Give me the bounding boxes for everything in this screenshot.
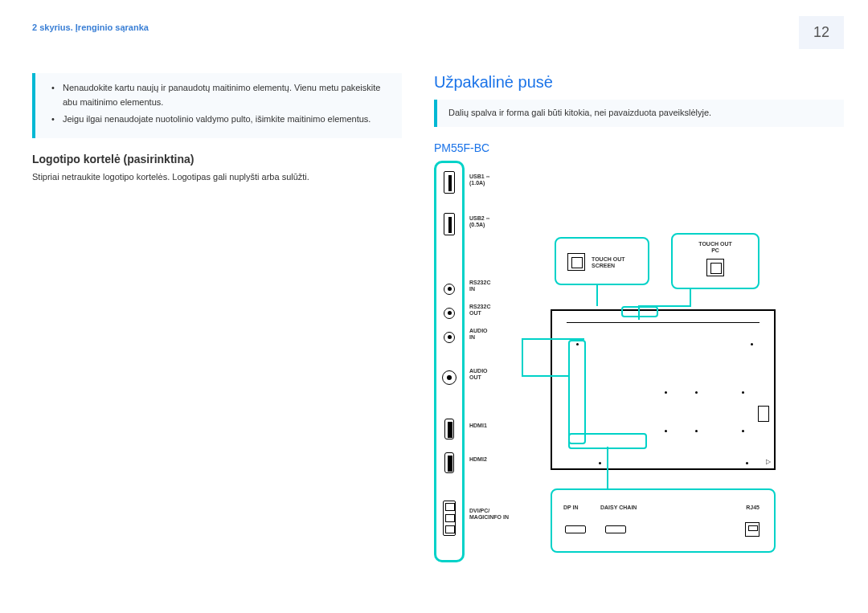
connector-line [596, 285, 598, 306]
note-item: Jeigu ilgai nenaudojate nuotolinio valdy… [50, 112, 391, 127]
dp-in-label: DP IN [563, 505, 579, 510]
page-number: 12 [799, 16, 844, 49]
connector-line [522, 338, 523, 377]
hdmi1-port-icon [444, 419, 454, 439]
rj-slot-icon [758, 406, 769, 422]
rs232c-out-port-icon [444, 308, 455, 319]
audio-in-port-icon [444, 332, 455, 343]
body-text: Stipriai netraukite logotipo kortelės. L… [32, 170, 402, 185]
rear-diagram: USB1 ⎓ (1.0A) USB2 ⎓ (0.5A) RS232C IN RS… [434, 161, 828, 570]
connector-line [638, 305, 640, 320]
rj45-label: RJ45 [746, 505, 760, 510]
subheading-logo-card: Logotipo kortelė (pasirinktina) [32, 153, 402, 166]
touch-out-pc-label: TOUCH OUT PC [673, 241, 758, 255]
left-column: Nenaudokite kartu naujų ir panaudotų mai… [32, 73, 402, 570]
rs232c-out-label: RS232C OUT [469, 304, 518, 317]
rj45-port-icon [745, 522, 760, 537]
dvi-label: DVI/PC/ MAGICINFO IN [469, 508, 518, 521]
hdmi1-label: HDMI1 [469, 423, 518, 429]
highlight-top-strip [621, 306, 658, 317]
audio-out-label: AUDIO OUT [469, 368, 518, 382]
usb2-port-icon [444, 213, 455, 235]
device-back-panel: ▷ [551, 309, 776, 470]
connector-line [690, 289, 691, 307]
usb2-label: USB2 ⎓ (0.5A) [469, 215, 518, 229]
connector-line [607, 447, 608, 488]
warning-note-box: Nenaudokite kartu naujų ir panaudotų mai… [32, 73, 402, 138]
usb1-port-icon [444, 171, 455, 194]
chapter-label: 2 skyrius. Įrenginio sąranka [32, 16, 149, 32]
audio-in-label: AUDIO IN [469, 328, 518, 341]
usb-b-port-icon [567, 253, 585, 271]
connector-line [522, 338, 584, 340]
dvi-port-icon [443, 501, 456, 536]
port-strip [434, 161, 465, 562]
audio-out-port-icon [442, 370, 457, 385]
rs232c-in-port-icon [444, 284, 455, 295]
touch-out-screen-box: TOUCH OUT SCREEN [555, 237, 649, 285]
usb-b-port-icon [706, 259, 724, 276]
section-heading-rear: Užpakalinė pusė [434, 73, 844, 92]
connector-line [522, 375, 568, 377]
notice-text: Dalių spalva ir forma gali būti kitokia,… [448, 108, 711, 117]
daisy-chain-label: DAISY CHAIN [600, 505, 637, 510]
touch-out-pc-box: TOUCH OUT PC [671, 233, 760, 289]
hdmi2-label: HDMI2 [469, 456, 518, 463]
bottom-ports-box: DP IN DAISY CHAIN RJ45 [551, 488, 776, 553]
touch-out-screen-label: TOUCH OUT SCREEN [592, 256, 624, 270]
model-heading: PM55F-BC [434, 141, 844, 154]
note-item: Nenaudokite kartu naujų ir panaudotų mai… [50, 81, 391, 109]
notice-box: Dalių spalva ir forma gali būti kitokia,… [434, 100, 844, 127]
usb1-label: USB1 ⎓ (1.0A) [469, 174, 518, 187]
triangle-icon: ▷ [766, 458, 771, 465]
highlight-vertical-strip [568, 340, 586, 444]
dp-in-port-icon [565, 525, 586, 533]
rs232c-in-label: RS232C IN [469, 280, 518, 293]
hdmi2-port-icon [444, 452, 454, 473]
right-column: Užpakalinė pusė Dalių spalva ir forma ga… [434, 73, 844, 570]
connector-line [638, 305, 690, 307]
daisy-chain-port-icon [605, 525, 626, 533]
